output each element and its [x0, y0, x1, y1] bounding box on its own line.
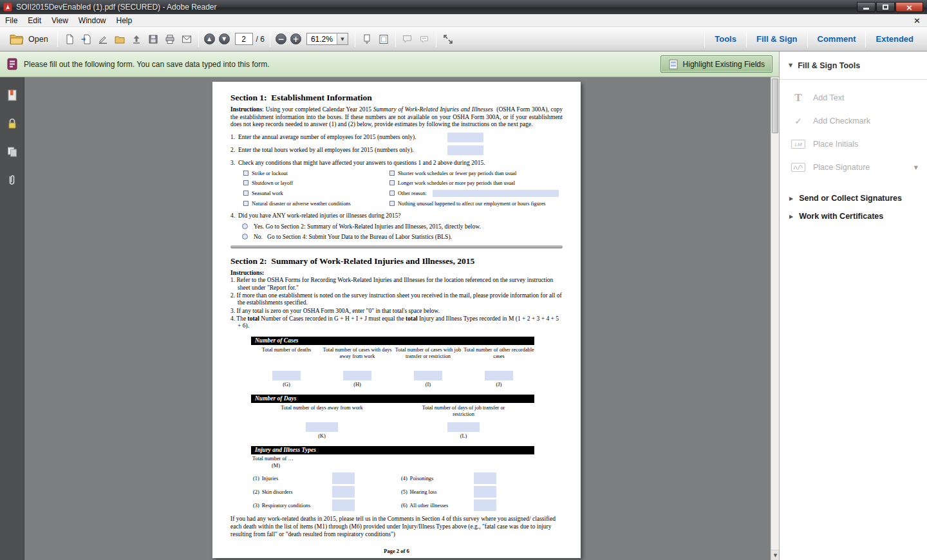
skin-disorders-field[interactable]	[332, 486, 355, 498]
employees-count-field[interactable]	[447, 133, 483, 142]
days-away-total-field[interactable]	[306, 422, 338, 432]
no-radio-button[interactable]	[242, 234, 248, 239]
number-of-days-grid: Total number of days away from work (K) …	[251, 403, 534, 440]
export-icon[interactable]	[78, 31, 95, 47]
print-icon[interactable]	[162, 31, 178, 47]
checkbox-row: Nothing unusual happened to affect our e…	[389, 201, 563, 207]
add-checkmark-tool[interactable]: ✓ Add Checkmark	[780, 109, 927, 133]
respiratory-conditions-field[interactable]	[332, 499, 355, 511]
scrolling-mode-icon[interactable]	[359, 31, 375, 47]
security-settings-icon[interactable]	[5, 116, 20, 131]
all-other-illnesses-field[interactable]	[474, 499, 496, 511]
question-2-row: 2. Enter the total hours worked by all e…	[230, 147, 563, 156]
save-as-icon[interactable]	[61, 31, 78, 47]
checkbox-row: Natural disaster or adverse weather cond…	[243, 201, 389, 207]
longer-schedules-checkbox[interactable]	[389, 180, 395, 185]
menu-window[interactable]: Window	[73, 15, 111, 26]
open-button[interactable]: Open	[4, 32, 54, 46]
maximize-button[interactable]	[876, 2, 895, 12]
other-recordable-cases-field[interactable]	[485, 371, 513, 380]
toolbar-panels: Tools Fill & Sign Comment Extended	[704, 27, 923, 51]
email-icon[interactable]	[178, 31, 195, 47]
page-thumbnails-icon[interactable]	[5, 144, 20, 160]
comment-panel-button[interactable]: Comment	[808, 34, 866, 44]
form-message-text: Please fill out the following form. You …	[24, 60, 270, 69]
strike-lockout-checkbox[interactable]	[243, 171, 248, 176]
toolbar-separator	[395, 31, 396, 47]
deaths-count-field[interactable]	[272, 371, 301, 380]
menu-help[interactable]: Help	[111, 15, 138, 26]
add-text-tool[interactable]: T Add Text	[780, 86, 927, 109]
hearing-loss-field[interactable]	[474, 486, 496, 498]
number-of-days-header: Number of Days	[251, 395, 534, 403]
injuries-field[interactable]	[332, 472, 355, 484]
work-with-certificates-section[interactable]: ▶ Work with Certificates	[780, 207, 927, 225]
window-titlebar: SOII2015DevEnabled (1).pdf (SECURED) - A…	[0, 0, 927, 14]
other-reason-checkbox[interactable]	[389, 191, 395, 196]
bookmarks-icon[interactable]	[5, 88, 20, 103]
yes-radio-button[interactable]	[242, 223, 248, 229]
fill-sign-panel-button[interactable]: Fill & Sign	[747, 34, 807, 44]
poisonings-field[interactable]	[474, 472, 496, 484]
zoom-level-input[interactable]	[307, 33, 337, 44]
nothing-unusual-checkbox[interactable]	[389, 201, 395, 206]
zoom-control: ▼	[306, 33, 348, 45]
attachments-icon[interactable]	[5, 173, 20, 188]
cases-column: Total number of cases with days away fro…	[322, 345, 393, 389]
previous-page-button[interactable]: ▲	[204, 33, 215, 44]
sticky-note-icon[interactable]	[399, 31, 416, 47]
extended-panel-button[interactable]: Extended	[866, 34, 923, 44]
minimize-button[interactable]	[857, 2, 876, 12]
document-area: Section 1: Establishment Information Ins…	[0, 77, 771, 560]
number-of-cases-header: Number of Cases	[251, 337, 534, 345]
toolbar: Open ▲ ▼ / 6 − + ▼	[0, 27, 927, 51]
toolbar-separator	[436, 31, 436, 47]
shorter-schedules-checkbox[interactable]	[389, 171, 395, 176]
job-transfer-cases-field[interactable]	[414, 371, 442, 380]
section2-heading: Section 2: Summary of Work-Related Injur…	[230, 256, 563, 266]
page-number-input[interactable]	[235, 33, 253, 45]
upload-icon[interactable]	[128, 31, 145, 47]
menubar-close-icon[interactable]: ×	[913, 15, 921, 25]
menu-view[interactable]: View	[46, 15, 73, 26]
checkbox-row: Seasonal work	[243, 190, 389, 197]
scrollbar-thumb[interactable]	[772, 79, 778, 133]
fill-sign-tools-header[interactable]: ▼ Fill & Sign Tools	[780, 51, 927, 80]
injury-illness-types-header: Injury and Illness Types	[251, 446, 534, 454]
seasonal-work-checkbox[interactable]	[243, 191, 248, 196]
place-initials-tool[interactable]: LM Place Initials	[780, 133, 927, 156]
other-reason-field[interactable]	[433, 190, 559, 197]
zoom-dropdown-button[interactable]: ▼	[337, 33, 348, 44]
transfer-days-total-field[interactable]	[447, 422, 480, 432]
close-button[interactable]: ×	[895, 2, 923, 12]
fullscreen-icon[interactable]	[440, 31, 456, 47]
total-hours-field[interactable]	[447, 145, 483, 155]
highlight-text-icon[interactable]	[416, 31, 433, 47]
zoom-in-button[interactable]: +	[290, 33, 301, 44]
next-page-button[interactable]: ▼	[219, 33, 230, 44]
checkbox-row: Strike or lockout	[243, 171, 389, 176]
menubar: File Edit View Window Help ×	[0, 14, 927, 27]
highlight-existing-fields-button[interactable]: Highlight Existing Fields	[660, 55, 772, 73]
menu-edit[interactable]: Edit	[23, 15, 46, 26]
zoom-out-button[interactable]: −	[276, 33, 286, 44]
tools-panel-button[interactable]: Tools	[705, 34, 746, 44]
sign-pen-icon[interactable]	[95, 31, 111, 47]
shutdown-layoff-checkbox[interactable]	[243, 180, 248, 185]
save-icon[interactable]	[145, 31, 162, 47]
signature-dropdown-icon[interactable]: ▼	[914, 165, 918, 171]
place-signature-tool[interactable]: Place Signature ▼	[780, 156, 927, 179]
vertical-scrollbar[interactable]: ▼	[771, 77, 779, 560]
natural-disaster-checkbox[interactable]	[243, 201, 248, 206]
checkbox-row: Shorter work schedules or fewer pay peri…	[389, 171, 563, 176]
share-folder-icon[interactable]	[111, 31, 128, 47]
checkbox-row: Other reason:	[389, 190, 563, 197]
collapse-triangle-icon: ▼	[789, 62, 792, 68]
send-collect-signatures-section[interactable]: ▶ Send or Collect Signatures	[780, 189, 927, 207]
fit-page-icon[interactable]	[375, 31, 392, 47]
summary-table: Number of Cases Total number of deaths (…	[251, 337, 534, 512]
days-away-cases-field[interactable]	[343, 371, 371, 380]
menu-file[interactable]: File	[0, 15, 23, 26]
question-4-text: 4. Did you have ANY work-related injurie…	[230, 212, 563, 219]
expand-triangle-icon: ▶	[789, 214, 793, 219]
